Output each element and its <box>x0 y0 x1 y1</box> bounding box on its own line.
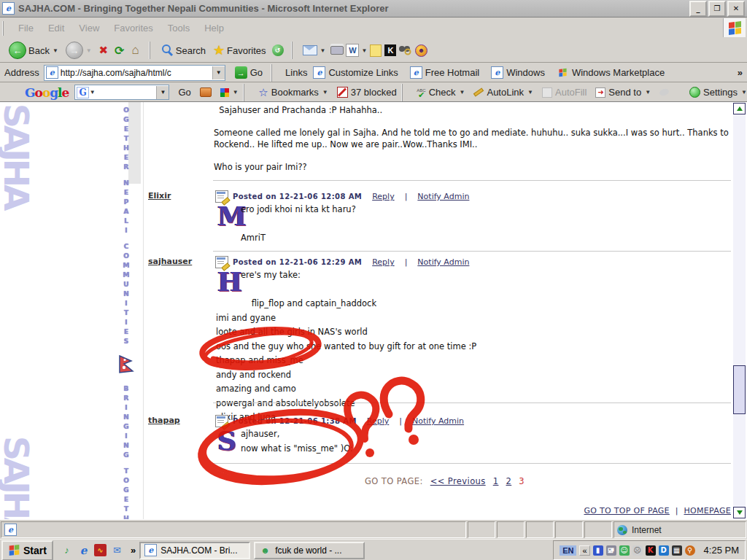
link-windows-marketplace[interactable]: Windows Marketplace <box>557 66 665 79</box>
edit-word-icon[interactable]: W <box>346 44 359 57</box>
search-button[interactable]: Search <box>158 42 209 58</box>
back-dropdown-icon[interactable]: ▼ <box>53 47 58 54</box>
page-scrollbar[interactable] <box>733 103 746 518</box>
link-customize-links[interactable]: eCustomize Links <box>313 66 398 79</box>
music-player-icon[interactable]: ♪ <box>61 544 73 556</box>
scroll-down-button[interactable] <box>733 507 746 518</box>
quick-launch-overflow-icon[interactable]: » <box>131 545 136 556</box>
settings-button[interactable]: Settings▼ <box>689 87 747 98</box>
google-search-input[interactable]: G ▼ ▼ <box>74 85 169 100</box>
status-tray-icon[interactable]: ☹ <box>632 545 643 556</box>
menu-help[interactable]: Help <box>197 20 231 36</box>
toolbar-separator <box>291 42 294 59</box>
search-history-dropdown-icon[interactable]: ▼ <box>156 86 169 99</box>
restore-button[interactable]: ❐ <box>708 1 726 17</box>
internet-explorer-icon[interactable]: e <box>77 544 90 556</box>
links-overflow-icon[interactable]: » <box>738 67 743 78</box>
toolbar-separator <box>271 64 274 82</box>
toolbar-separator <box>243 84 246 101</box>
search-tray-icon[interactable]: ⚲ <box>685 545 695 556</box>
bookmarks-button[interactable]: ☆Bookmarks▼ <box>258 86 328 99</box>
menu-tools[interactable]: Tools <box>160 20 197 36</box>
notify-admin-link[interactable]: Notify Admin <box>417 192 469 201</box>
go-to-top-link[interactable]: GO TO TOP OF PAGE <box>584 506 669 516</box>
notify-admin-link[interactable]: Notify Admin <box>417 257 469 267</box>
battery-tray-icon[interactable]: ▮ <box>593 545 603 556</box>
scroll-up-button[interactable] <box>733 103 746 114</box>
site-options-icon[interactable]: ▼ <box>220 88 239 97</box>
start-button[interactable]: Start <box>1 540 53 560</box>
messenger-tray-icon[interactable]: ☺ <box>619 545 630 556</box>
popup-blocker-button[interactable]: 37 blocked <box>337 87 397 98</box>
intro-post-text: Sajahuser and Prachanda :P Hahahha.. Som… <box>214 105 733 173</box>
link-windows[interactable]: eWindows <box>491 66 545 79</box>
prev-page-link[interactable]: << Previous <box>430 476 486 486</box>
print-icon[interactable] <box>330 43 344 58</box>
links-label: Links <box>285 67 307 78</box>
url-dropdown-icon[interactable]: ▼ <box>212 66 225 79</box>
research-icon[interactable] <box>398 43 412 58</box>
address-label: Address <box>4 67 39 78</box>
google-go-button[interactable]: Go <box>178 87 190 98</box>
winamp-icon[interactable]: ∿ <box>94 544 107 556</box>
mail-button[interactable]: ▼ <box>300 44 329 57</box>
url-text: http://sajha.com/sajha/html/c <box>61 68 212 78</box>
post-timestamp: Posted on 12-21-06 12:29 AM <box>233 258 362 266</box>
language-indicator[interactable]: EN <box>560 545 576 556</box>
document-icon: e <box>4 524 17 536</box>
notify-admin-link[interactable]: Notify Admin <box>412 416 464 426</box>
chip-tray-icon[interactable]: ▦ <box>672 545 682 556</box>
username-link[interactable]: sajhauser <box>148 257 192 266</box>
home-icon[interactable]: ⌂ <box>128 43 143 58</box>
username-link[interactable]: thapap <box>148 416 180 425</box>
post-body: S ajhauser, now what is "miss_me" )O: <box>216 426 719 456</box>
page-1-link[interactable]: 1 <box>493 476 499 486</box>
back-button[interactable]: ← Back ▼ <box>6 40 61 61</box>
reply-link[interactable]: Reply <box>372 192 394 201</box>
page-2-link[interactable]: 2 <box>506 476 512 486</box>
dictionary-tray-icon[interactable]: D <box>659 545 669 556</box>
link-free-hotmail[interactable]: eFree Hotmail <box>410 66 479 79</box>
outlook-express-icon[interactable]: ✉ <box>111 544 123 556</box>
ie-app-icon: e <box>2 2 15 15</box>
quick-launch: ♪ e ∿ ✉ » <box>61 544 136 556</box>
refresh-icon[interactable]: ⟳ <box>112 43 127 58</box>
msn-buddy-icon: ☻ <box>259 544 271 556</box>
internet-zone-icon <box>617 525 627 535</box>
homepage-link[interactable]: HOMEPAGE <box>684 506 731 516</box>
minimize-button[interactable]: _ <box>689 1 707 17</box>
antivirus-tray-icon[interactable]: K <box>646 545 656 556</box>
reply-link[interactable]: Reply <box>367 416 389 426</box>
favorites-button[interactable]: ★ Favorites <box>210 41 269 60</box>
username-link[interactable]: Elixir <box>148 191 171 201</box>
messenger-icon[interactable]: ☻ <box>414 43 428 58</box>
tray-collapse-icon[interactable]: « <box>579 545 589 556</box>
menu-favorites[interactable]: Favorites <box>107 20 160 36</box>
menu-view[interactable]: View <box>71 20 107 36</box>
close-button[interactable]: ✕ <box>727 1 745 17</box>
history-icon[interactable]: ↺ <box>271 43 285 58</box>
edit-dropdown-icon[interactable]: ▼ <box>361 47 367 54</box>
forward-icon: → <box>66 42 83 59</box>
standard-toolbar: ← Back ▼ → ▼ ✖ ⟳ ⌂ Search ★ Favorites ↺ … <box>0 39 747 63</box>
notes-icon[interactable] <box>368 43 383 58</box>
search-mode-dropdown-icon[interactable]: ▼ <box>90 89 96 96</box>
menu-file[interactable]: File <box>11 20 41 36</box>
sendto-button[interactable]: ➜Send to▼ <box>595 87 651 98</box>
pagerank-icon[interactable] <box>200 88 212 97</box>
post-timestamp: Posted on 12-21-06 12:08 AM <box>233 192 362 201</box>
task-button-messenger[interactable]: ☻ fcuk de world - ... <box>254 542 365 559</box>
forward-button[interactable]: → ▼ <box>63 40 95 61</box>
scrollbar-thumb[interactable] <box>733 365 746 414</box>
mail-dropdown-icon[interactable]: ▼ <box>320 47 326 54</box>
spellcheck-button[interactable]: ABC✔Check▼ <box>417 87 465 98</box>
k-tool-icon[interactable]: K <box>384 44 396 56</box>
display-tray-icon[interactable]: 🖳 <box>606 545 616 556</box>
menu-edit[interactable]: Edit <box>41 20 71 36</box>
url-input[interactable]: e http://sajha.com/sajha/html/c ▼ <box>44 65 225 81</box>
task-button-sajha[interactable]: e SAJHA.COM - Bri... <box>139 542 250 559</box>
autolink-button[interactable]: AutoLink▼ <box>473 87 533 98</box>
reply-link[interactable]: Reply <box>372 257 394 267</box>
go-button[interactable]: → Go <box>231 66 266 79</box>
stop-icon[interactable]: ✖ <box>96 43 111 58</box>
